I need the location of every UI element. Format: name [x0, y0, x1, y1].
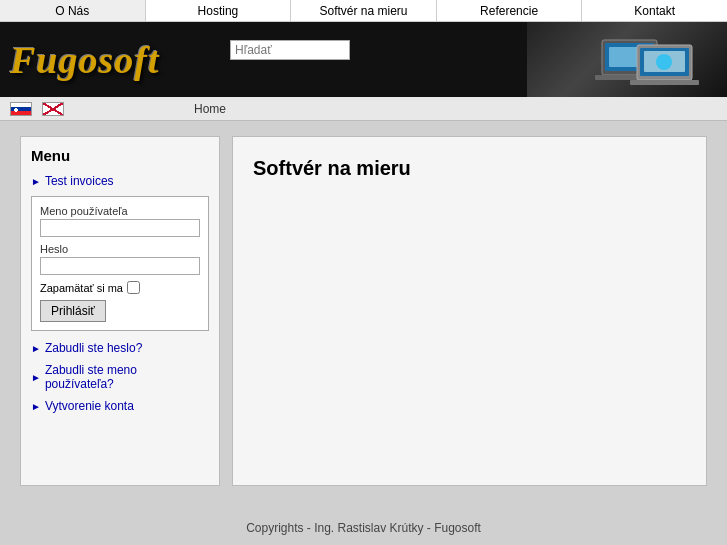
sidebar-link-forgot-pass[interactable]: ► Zabudli ste heslo?: [31, 341, 209, 355]
flag-slovak[interactable]: [10, 102, 32, 116]
header-decoration: [547, 25, 707, 95]
nav-item-kontakt[interactable]: Kontakt: [582, 0, 727, 21]
site-logo: Fugosoft: [10, 38, 159, 82]
remember-checkbox[interactable]: [127, 281, 140, 294]
header-image: [527, 22, 727, 97]
username-label: Meno používateľa: [40, 205, 200, 217]
main-content: Menu ► Test invoices Meno používateľa He…: [0, 121, 727, 501]
nav-item-softver[interactable]: Softvér na mieru: [291, 0, 437, 21]
arrow-icon: ►: [31, 176, 41, 187]
remember-label: Zapamätať si ma: [40, 282, 123, 294]
arrow-icon: ►: [31, 401, 41, 412]
page-title: Softvér na mieru: [253, 157, 686, 180]
site-header: Fugosoft: [0, 22, 727, 97]
search-area: [230, 40, 350, 60]
copyright-text: Copyrights - Ing. Rastislav Krútky - Fug…: [246, 521, 481, 535]
password-input[interactable]: [40, 257, 200, 275]
top-navigation: O Nás Hosting Softvér na mieru Referenci…: [0, 0, 727, 22]
remember-row: Zapamätať si ma: [40, 281, 200, 294]
flag-english[interactable]: [42, 102, 64, 116]
nav-item-o-nas[interactable]: O Nás: [0, 0, 146, 21]
sidebar-link-test-invoices[interactable]: ► Test invoices: [31, 174, 209, 188]
nav-item-referencie[interactable]: Referencie: [437, 0, 583, 21]
svg-rect-8: [630, 80, 699, 85]
sidebar-link-forgot-user[interactable]: ► Zabudli ste meno používateľa?: [31, 363, 209, 391]
arrow-icon: ►: [31, 343, 41, 354]
main-panel: Softvér na mieru: [232, 136, 707, 486]
password-label: Heslo: [40, 243, 200, 255]
site-footer: Copyrights - Ing. Rastislav Krútky - Fug…: [0, 501, 727, 545]
arrow-icon: ►: [31, 372, 41, 383]
sidebar-link-create-account[interactable]: ► Vytvorenie konta: [31, 399, 209, 413]
nav-item-hosting[interactable]: Hosting: [146, 0, 292, 21]
login-form: Meno používateľa Heslo Zapamätať si ma P…: [31, 196, 209, 331]
search-input[interactable]: [230, 40, 350, 60]
sidebar-title: Menu: [31, 147, 209, 164]
svg-point-7: [656, 54, 672, 70]
username-input[interactable]: [40, 219, 200, 237]
sidebar: Menu ► Test invoices Meno používateľa He…: [20, 136, 220, 486]
sub-navigation: Home: [0, 97, 727, 121]
home-link[interactable]: Home: [194, 102, 226, 116]
login-button[interactable]: Prihlásiť: [40, 300, 106, 322]
